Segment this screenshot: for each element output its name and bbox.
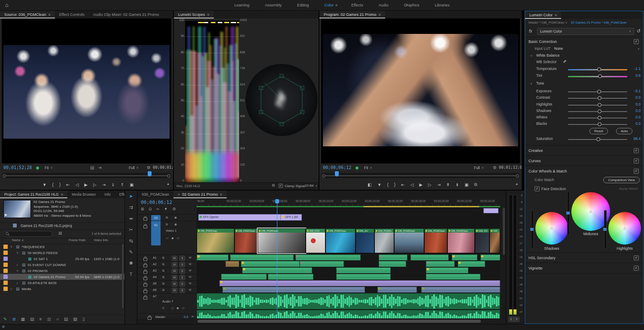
section-hsl-secondary[interactable]: HSL Secondary ✓	[525, 252, 643, 263]
track-name[interactable]: A1	[153, 256, 157, 259]
audio-clip[interactable]	[379, 254, 407, 260]
keyframe-value[interactable]: 0,	[162, 306, 165, 309]
shadows-color-wheel[interactable]: +	[535, 212, 568, 245]
transport-button[interactable]: ▼	[377, 182, 382, 187]
project-file-row[interactable]: Games 21 Rec2100 HLG.prproj	[0, 222, 125, 230]
label-swatch[interactable]	[3, 287, 8, 291]
workspace-tab[interactable]: Audio	[372, 3, 397, 7]
label-swatch[interactable]	[3, 257, 8, 261]
track-name[interactable]: A2	[153, 263, 157, 266]
section-creative[interactable]: Creative ✓	[525, 145, 643, 156]
transport-button[interactable]: ⇥	[437, 182, 440, 187]
timeline-toolbar-icon[interactable]: ⊞	[141, 207, 144, 211]
tool-button[interactable]: ✱	[125, 257, 137, 269]
sync-lock-icon[interactable]: ⧉	[162, 269, 164, 272]
sync-lock-icon[interactable]: ⧉	[162, 256, 164, 260]
reset-button[interactable]: Reset	[589, 128, 608, 134]
effect-select[interactable]: Lumetri Color∨	[537, 28, 634, 35]
temperature-slider[interactable]	[568, 69, 627, 70]
panel-menu-icon[interactable]: ≡	[555, 13, 557, 17]
tab-project[interactable]: Project: Games 21 Rec2100 HLG≡	[0, 191, 67, 198]
filter-bin-icon[interactable]: ▤	[58, 231, 62, 235]
mute-button[interactable]: M	[172, 282, 177, 287]
program-timecode[interactable]: 00;00;06;12	[323, 165, 351, 170]
settings-wrench-icon[interactable]: ⚙	[493, 165, 497, 170]
basic-correction-checkbox[interactable]: ✓	[634, 39, 639, 44]
audio-clip[interactable]	[241, 261, 300, 267]
project-toolbar-button[interactable]: ▧	[73, 317, 77, 321]
mute-button[interactable]: M	[172, 275, 177, 280]
midtones-wheel-slider[interactable]	[567, 191, 570, 235]
mic-icon[interactable]: Ψ	[189, 256, 191, 259]
track-name[interactable]: A3	[153, 269, 157, 272]
color-wheels-checkbox[interactable]: ✓	[634, 169, 639, 174]
track-name[interactable]: A4	[153, 276, 157, 279]
transport-button[interactable]: ◁	[76, 182, 79, 187]
bin-name[interactable]: 01 SAT 1	[34, 257, 48, 261]
tool-button[interactable]: ✎	[125, 246, 137, 257]
mic-icon[interactable]: Ψ	[189, 282, 191, 285]
highlights-wheel-slider[interactable]	[604, 210, 607, 249]
white-balance-header[interactable]: ∨ White Balance	[525, 53, 644, 59]
input-lut-select[interactable]: None	[554, 46, 563, 51]
workspace-tab[interactable]: Learning	[228, 3, 258, 7]
workspace-tab[interactable]: Color≡	[318, 3, 345, 7]
audio-clip[interactable]	[222, 287, 365, 293]
bin-name[interactable]: 01 EVENT CUT DOWNS	[28, 263, 66, 267]
transport-button[interactable]: ⇑	[121, 182, 124, 187]
workspace-tab[interactable]: Graphics	[397, 3, 428, 7]
solo-button[interactable]: S	[179, 256, 185, 261]
twirl-icon[interactable]: ∨	[16, 269, 20, 272]
label-swatch[interactable]	[3, 251, 8, 255]
audio-clip[interactable]	[336, 274, 391, 280]
button-editor-icon[interactable]: ⇥	[98, 165, 101, 170]
audio-clip[interactable]	[197, 254, 228, 260]
audio-clip[interactable]	[421, 287, 500, 293]
v1-clip[interactable]: 036_FOA	[306, 228, 325, 253]
track-lock-icon[interactable]	[143, 218, 147, 221]
audio-clip[interactable]	[379, 261, 406, 267]
audio-clip[interactable]	[225, 261, 239, 267]
master-volume-value[interactable]: 0.0	[184, 315, 188, 319]
comparison-view-button[interactable]: Comparison View	[603, 177, 640, 183]
a7-waveform-ch2[interactable]	[197, 310, 500, 318]
track-lock-icon[interactable]	[143, 290, 147, 293]
solo-button[interactable]: S	[179, 282, 185, 287]
solo-button[interactable]: S	[179, 262, 185, 267]
source-playhead[interactable]	[148, 171, 152, 176]
audio-clip[interactable]	[458, 261, 485, 267]
source-timecode[interactable]: 00;01;52;28	[3, 165, 32, 170]
transport-button[interactable]: ▶	[419, 182, 422, 187]
panel-menu-icon[interactable]: ≡	[220, 192, 222, 197]
track-lock-icon[interactable]	[143, 271, 147, 274]
sync-lock-icon[interactable]: ⧉	[162, 282, 164, 285]
tab-effects[interactable]: Effects	[115, 191, 125, 198]
track-lock-icon[interactable]	[143, 225, 147, 228]
saturation-value[interactable]: 96.4	[628, 136, 641, 141]
column-name[interactable]: Name ∧	[12, 238, 24, 242]
mute-button[interactable]: M	[172, 256, 177, 261]
scopes-settings-icon[interactable]: ⚙	[272, 183, 275, 188]
meter-solo-right[interactable]: S	[514, 317, 519, 322]
solo-button[interactable]: S	[179, 269, 185, 274]
source-patch-v2[interactable]: V2	[151, 215, 161, 221]
twirl-icon[interactable]: >	[16, 263, 20, 266]
a7-waveform-ch1[interactable]	[197, 293, 500, 309]
audio-clip[interactable]	[230, 254, 294, 260]
settings-wrench-icon[interactable]: ⚙	[147, 165, 151, 170]
tool-button[interactable]: T	[125, 269, 137, 280]
transport-button[interactable]: }	[394, 182, 395, 187]
tone-slider[interactable]	[568, 111, 627, 112]
transport-button[interactable]: ⧉	[474, 182, 477, 187]
search-input[interactable]	[3, 231, 52, 237]
section-color-wheels-match[interactable]: Color Wheels & Match ✓	[525, 166, 643, 176]
mic-icon[interactable]: Ψ	[189, 288, 191, 291]
tone-slider[interactable]	[568, 98, 627, 99]
mute-button[interactable]: M	[172, 288, 177, 293]
tab-lumetri-scopes[interactable]: Lumetri Scopes≡	[174, 11, 214, 18]
v1-clip[interactable]: 036_FO	[475, 228, 489, 253]
tab-timeline-promo[interactable]: × 02 Games 21 Promo ≡	[173, 191, 227, 198]
tool-button[interactable]: ⇹	[125, 213, 137, 224]
transport-button[interactable]: ⇥	[102, 182, 106, 187]
project-toolbar-button[interactable]: ▤	[30, 317, 34, 321]
